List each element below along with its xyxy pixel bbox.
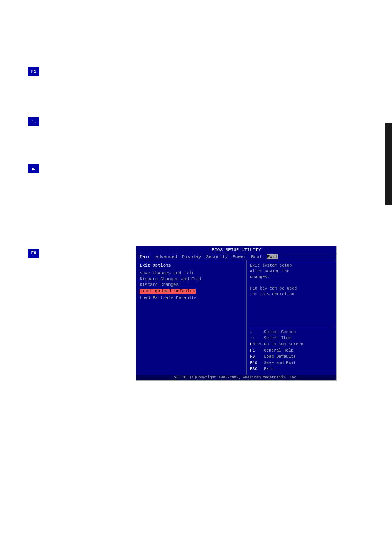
bios-screenshot: BIOS SETUP UTILITY Main Advanced Display… [136, 246, 337, 381]
bios-menu-main[interactable]: Main [140, 254, 150, 259]
bios-key-help: ↔ Select Screen ↑↓ Select Item Enter Go … [250, 329, 333, 372]
bios-menu-boot[interactable]: Boot [251, 254, 262, 259]
bios-item-load-optimal[interactable]: Load Optimal Defaults [140, 289, 196, 294]
bios-menubar: Main Advanced Display Security Power Boo… [136, 253, 336, 260]
f9-icon: F9 [28, 249, 39, 258]
bios-separator [250, 327, 333, 327]
arrow-right-icon: ▶ [28, 164, 39, 173]
updown-icon: ↑↓ [28, 117, 39, 126]
bios-item-discard-exit[interactable]: Discard Changes and Exit [140, 276, 243, 282]
bios-content: Exit Options Save Changes and Exit Disca… [136, 260, 336, 375]
bios-menu-advanced[interactable]: Advanced [155, 254, 177, 259]
bios-section-title: Exit Options [140, 263, 243, 268]
bios-menu-display[interactable]: Display [182, 254, 201, 259]
bios-title: BIOS SETUP UTILITY [136, 246, 336, 253]
bios-item-load-failsafe[interactable]: Load Failsafe Defaults [140, 295, 243, 301]
bios-menu-security[interactable]: Security [206, 254, 228, 259]
f1-icon: F1 [28, 67, 39, 76]
right-sidebar [385, 123, 392, 205]
bios-menu-power[interactable]: Power [233, 254, 246, 259]
bios-right-panel: Exit system setup after saving the chang… [246, 260, 336, 375]
bios-footer: v02.33 (C)Copyright 1985-2002, American … [136, 375, 336, 380]
bios-item-save-exit[interactable]: Save Changes and Exit [140, 270, 243, 276]
bios-left-panel: Exit Options Save Changes and Exit Disca… [136, 260, 246, 375]
bios-help-text: Exit system setup after saving the chang… [250, 263, 333, 297]
bios-item-discard[interactable]: Discard Changes [140, 282, 243, 288]
bios-menu-exit[interactable]: Exit [267, 254, 278, 259]
